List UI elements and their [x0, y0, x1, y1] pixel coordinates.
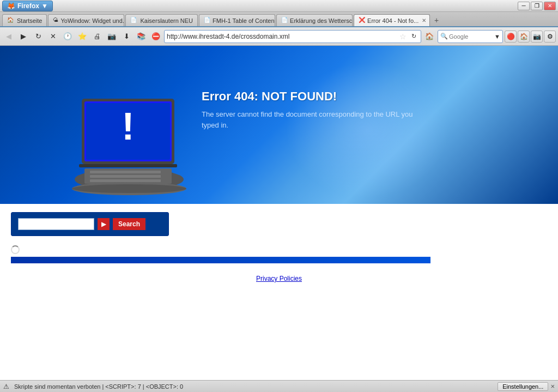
- google-label: ▼: [494, 33, 500, 40]
- svg-text:!: !: [122, 105, 134, 148]
- firefox-menu-button[interactable]: 🦊 Firefox ▼: [2, 1, 53, 11]
- search-box-container: ▶ Search: [11, 212, 169, 236]
- tab-startseite[interactable]: 🏠 Startseite: [2, 14, 47, 26]
- screenshot-button[interactable]: 📷: [105, 30, 118, 43]
- tab-label-fmh1: FMH-1 Table of Conten...: [213, 17, 275, 24]
- download-button[interactable]: ⬇: [120, 30, 133, 43]
- tab-erklaerung[interactable]: 📄 Erklärung des Wettersc...: [276, 14, 353, 26]
- tab-favicon-yowindow: 🌤: [53, 17, 58, 25]
- tab-bar: 🏠 Startseite 🌤 YoWindow: Widget und... 📄…: [0, 12, 558, 27]
- svg-point-11: [72, 184, 186, 193]
- window-controls: ─ ❐ ✕: [518, 2, 556, 10]
- forward-button[interactable]: ▶: [17, 30, 30, 43]
- tab-error404[interactable]: ❌ Error 404 - Not fo... ✕: [354, 14, 430, 26]
- tab-label-erklaerung: Erklärung des Wettersc...: [290, 17, 353, 24]
- tab-yowindow[interactable]: 🌤 YoWindow: Widget und...: [48, 14, 124, 26]
- addon-button-2[interactable]: 🏠: [518, 31, 530, 43]
- footer-decorative-bar: [11, 257, 430, 263]
- search-arrow-button[interactable]: ▶: [98, 218, 110, 230]
- search-input[interactable]: [18, 218, 94, 230]
- error-text-container: Error 404: NOT FOUND! The server cannot …: [202, 89, 430, 130]
- svg-rect-8: [90, 175, 161, 178]
- bookmark-button[interactable]: ⭐: [76, 30, 89, 43]
- tab-close-error404[interactable]: ✕: [422, 17, 426, 23]
- tab-label-error404: Error 404 - Not fo...: [367, 17, 418, 24]
- bookmarks-manager[interactable]: 📚: [135, 30, 148, 43]
- search-engine-icon: 🔍: [440, 33, 448, 40]
- print-button[interactable]: 🖨: [90, 30, 104, 43]
- addon-button-1[interactable]: 🔴: [505, 31, 517, 43]
- tab-label-kaiserslautern: Kaiserslautern NEU: [140, 17, 193, 24]
- bookmark-star-icon[interactable]: ☆: [399, 32, 407, 41]
- error-subtitle: The server cannot find the document corr…: [202, 109, 430, 130]
- error-hero-section: ! Error 404: NOT FOUND! The server canno…: [0, 46, 558, 204]
- search-button[interactable]: Search: [113, 218, 145, 230]
- addon-button-4[interactable]: ⚙: [544, 31, 556, 43]
- tab-kaiserslautern[interactable]: 📄 Kaiserslautern NEU: [125, 14, 198, 26]
- home-button[interactable]: 🏠: [423, 30, 436, 43]
- tab-favicon-erklaerung: 📄: [281, 17, 288, 25]
- firefox-dropdown-arrow: ▼: [41, 2, 48, 10]
- nav-bar: ◀ ▶ ↻ ✕ 🕐 ⭐ 🖨 📷 ⬇ 📚 ⛔ ☆ ↻ 🏠 🔍 ▼ 🔴 🏠 📷 ⚙: [0, 27, 558, 46]
- loading-spinner: [11, 245, 20, 254]
- search-arrow-icon: ▶: [101, 220, 106, 228]
- browser-search-box: 🔍 ▼: [438, 30, 503, 43]
- tab-fmh1[interactable]: 📄 FMH-1 Table of Conten...: [199, 14, 275, 26]
- address-bar: ☆ ↻: [164, 30, 421, 43]
- page-content: ! Error 404: NOT FOUND! The server canno…: [0, 46, 558, 288]
- laptop-illustration: !: [71, 93, 191, 204]
- restore-button[interactable]: ❐: [531, 2, 543, 10]
- back-button[interactable]: ◀: [2, 30, 15, 43]
- addon-buttons: 🔴 🏠 📷 ⚙: [505, 31, 556, 43]
- firefox-label: Firefox: [17, 2, 39, 10]
- tab-favicon-kaiserslautern: 📄: [130, 17, 138, 25]
- spinner-area: [0, 244, 558, 257]
- tab-label-startseite: Startseite: [17, 17, 42, 24]
- error-title: Error 404: NOT FOUND!: [202, 89, 430, 104]
- svg-rect-7: [90, 171, 161, 173]
- hero-glow: [286, 62, 449, 198]
- laptop-svg: !: [71, 93, 191, 202]
- stop-circle-button[interactable]: ⛔: [149, 30, 162, 43]
- browser-search-input[interactable]: [449, 33, 493, 40]
- title-bar: 🦊 Firefox ▼ ─ ❐ ✕: [0, 0, 558, 12]
- minimize-button[interactable]: ─: [518, 2, 530, 10]
- tab-label-yowindow: YoWindow: Widget und...: [60, 17, 124, 24]
- privacy-section: Privacy Policies: [0, 269, 558, 288]
- tab-favicon-fmh1: 📄: [204, 17, 210, 25]
- new-tab-button[interactable]: +: [431, 14, 442, 26]
- close-button[interactable]: ✕: [544, 2, 556, 10]
- firefox-logo: 🦊: [7, 2, 15, 10]
- addon-button-3[interactable]: 📷: [531, 31, 543, 43]
- tab-favicon-error404: ❌: [359, 17, 365, 25]
- svg-rect-9: [90, 179, 161, 182]
- privacy-policies-link[interactable]: Privacy Policies: [256, 275, 302, 282]
- refresh-address-button[interactable]: ↻: [409, 30, 418, 43]
- svg-rect-4: [79, 164, 177, 167]
- history-button[interactable]: 🕐: [61, 30, 74, 43]
- reload-button[interactable]: ↻: [32, 30, 45, 43]
- tab-favicon-startseite: 🏠: [7, 17, 15, 25]
- search-section: ▶ Search: [0, 204, 558, 244]
- address-input[interactable]: [167, 33, 397, 40]
- stop-button[interactable]: ✕: [46, 30, 59, 43]
